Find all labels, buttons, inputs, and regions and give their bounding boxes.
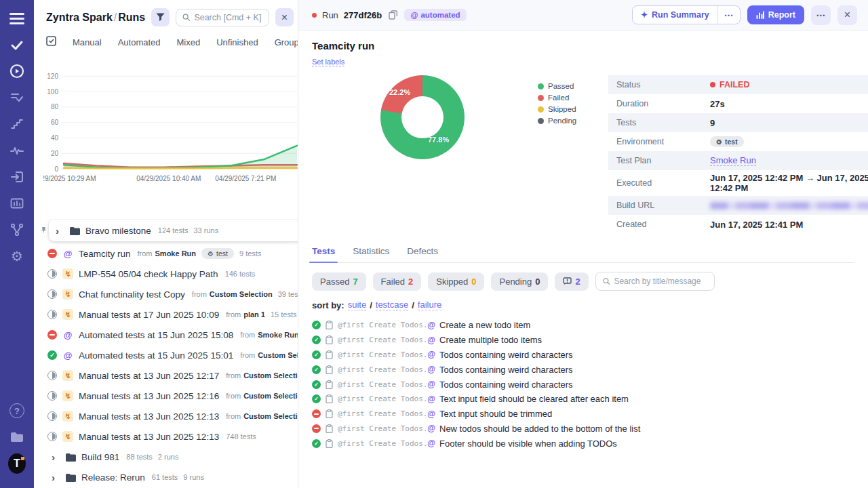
menu-icon[interactable] bbox=[8, 9, 26, 27]
test-suite[interactable]: @first Create Todos... bbox=[338, 336, 426, 344]
run-row[interactable]: Automated tests at 15 Jun 2025 15:01 fro… bbox=[34, 345, 298, 365]
branch-icon[interactable] bbox=[8, 221, 26, 239]
test-row[interactable]: @first Create Todos... Todos containing … bbox=[312, 377, 854, 392]
run-summary-more-button[interactable] bbox=[717, 6, 740, 24]
test-title[interactable]: New todos should be added to the bottom … bbox=[439, 424, 640, 434]
run-row[interactable]: LMP-554 05/04 check Happy Path 146 tests bbox=[34, 264, 298, 284]
tests-search-input[interactable] bbox=[614, 277, 707, 286]
filter-skipped-chip[interactable]: Skipped0 bbox=[428, 272, 484, 291]
tab-manual[interactable]: Manual bbox=[73, 37, 102, 47]
activity-pulse-icon[interactable] bbox=[8, 142, 26, 159]
test-title[interactable]: Todos containing weird characters bbox=[439, 365, 573, 375]
automated-badge[interactable]: automated bbox=[404, 9, 466, 21]
panel-close-button[interactable] bbox=[275, 8, 294, 26]
bar-chart-icon[interactable] bbox=[8, 195, 26, 212]
test-row[interactable]: @first Create Todos... Create a new todo… bbox=[312, 318, 854, 333]
run-row[interactable]: Automated tests at 15 Jun 2025 15:08 fro… bbox=[34, 325, 298, 345]
more-actions-button[interactable] bbox=[811, 5, 831, 25]
test-title[interactable]: Footer should be visible when adding TOD… bbox=[439, 439, 617, 449]
test-title[interactable]: Todos containing weird characters bbox=[439, 350, 573, 360]
test-title[interactable]: Text input should be trimmed bbox=[439, 409, 552, 419]
sort-by-label: sort by: bbox=[312, 300, 344, 310]
close-run-button[interactable] bbox=[837, 5, 857, 25]
test-plan-link[interactable]: Smoke Run bbox=[710, 155, 756, 166]
test-title[interactable]: Create a new todo item bbox=[439, 320, 530, 330]
run-status-icon bbox=[47, 371, 57, 380]
automated-icon bbox=[426, 439, 437, 448]
tests-search[interactable] bbox=[595, 272, 715, 291]
run-row[interactable]: Manual tests at 13 Jun 2025 12:17 from C… bbox=[34, 365, 298, 386]
tab-tests[interactable]: Tests bbox=[312, 246, 335, 262]
clipboard-icon bbox=[326, 394, 333, 403]
test-suite[interactable]: @first Create Todos... bbox=[338, 439, 426, 448]
report-button[interactable]: Report bbox=[747, 5, 804, 24]
projects-folder-icon[interactable] bbox=[8, 428, 26, 446]
breadcrumb-project[interactable]: Zyntra Spark bbox=[46, 12, 113, 23]
filter-button[interactable] bbox=[151, 8, 170, 26]
info-row-status: Status FAILED bbox=[608, 75, 868, 94]
test-title[interactable]: Text input field should be cleared after… bbox=[439, 394, 629, 404]
sort-by-suite[interactable]: suite bbox=[348, 300, 366, 310]
test-row[interactable]: @first Create Todos... New todos should … bbox=[312, 422, 854, 436]
run-group-row[interactable]: › Build 981 88 tests 2 runs bbox=[34, 447, 298, 467]
run-row[interactable]: Manual tests at 13 Jun 2025 12:13 from C… bbox=[34, 406, 298, 426]
chevron-right-icon[interactable]: › bbox=[52, 451, 61, 463]
test-title[interactable]: Create multiple todo items bbox=[439, 335, 542, 345]
sort-by-failure[interactable]: failure bbox=[418, 300, 441, 310]
run-row[interactable]: Chat functinality test Copy from Custom … bbox=[34, 284, 298, 304]
filter-comments-chip[interactable]: 2 bbox=[555, 272, 588, 291]
test-row[interactable]: @first Create Todos... Footer should be … bbox=[312, 436, 854, 451]
tab-statistics[interactable]: Statistics bbox=[353, 246, 389, 262]
test-suite[interactable]: @first Create Todos... bbox=[338, 380, 426, 389]
select-all-checkbox-icon[interactable] bbox=[46, 36, 56, 48]
tab-automated[interactable]: Automated bbox=[118, 37, 161, 47]
test-row[interactable]: @first Create Todos... Create multiple t… bbox=[312, 333, 854, 348]
check-icon[interactable] bbox=[8, 36, 26, 54]
set-labels-link[interactable]: Set labels bbox=[312, 58, 344, 66]
run-row[interactable]: Manual tests at 13 Jun 2025 12:13 748 te… bbox=[34, 426, 298, 447]
run-summary-button[interactable]: Run Summary bbox=[633, 6, 717, 24]
run-group-row[interactable]: › Bravo milestone 124 tests 33 runs bbox=[34, 219, 298, 242]
help-icon[interactable]: ? bbox=[8, 402, 26, 420]
run-row[interactable]: Manual tests at 13 Jun 2025 12:16 from C… bbox=[34, 386, 298, 406]
test-suite[interactable]: @first Create Todos... bbox=[338, 350, 426, 359]
filter-failed-chip[interactable]: Failed2 bbox=[373, 272, 422, 291]
test-suite[interactable]: @first Create Todos... bbox=[338, 394, 426, 403]
legend-passed: Passed bbox=[538, 82, 587, 90]
run-type-icon bbox=[62, 309, 73, 320]
tab-unfinished[interactable]: Unfinished bbox=[216, 37, 258, 47]
test-row[interactable]: @first Create Todos... Text input field … bbox=[312, 392, 854, 407]
copy-run-id-button[interactable] bbox=[387, 9, 399, 21]
settings-gear-icon[interactable]: ⚙ bbox=[8, 247, 26, 265]
import-icon[interactable] bbox=[8, 168, 26, 186]
test-row[interactable]: @first Create Todos... Text input should… bbox=[312, 407, 854, 422]
runs-search[interactable] bbox=[176, 9, 269, 26]
tab-groups[interactable]: Groups bbox=[275, 37, 298, 47]
test-suite[interactable]: @first Create Todos... bbox=[338, 409, 426, 418]
test-suite[interactable]: @first Create Todos... bbox=[338, 365, 426, 374]
test-suite[interactable]: @first Create Todos... bbox=[338, 424, 426, 433]
run-row[interactable]: Teamcity run from Smoke Run ⚙test 9 test… bbox=[34, 243, 298, 264]
test-suite[interactable]: @first Create Todos... bbox=[338, 321, 426, 329]
tab-defects[interactable]: Defects bbox=[407, 246, 438, 262]
test-row[interactable]: @first Create Todos... Todos containing … bbox=[312, 348, 854, 363]
app-logo[interactable]: T bbox=[8, 455, 26, 472]
test-row[interactable]: @first Create Todos... Todos containing … bbox=[312, 362, 854, 377]
runs-play-icon[interactable] bbox=[8, 62, 26, 80]
run-group-row[interactable]: › Release: Rerun 61 tests 9 runs bbox=[34, 467, 298, 487]
chevron-right-icon[interactable]: › bbox=[52, 472, 61, 483]
filter-pending-chip[interactable]: Pending0 bbox=[491, 272, 548, 291]
test-title[interactable]: Todos containing weird characters bbox=[439, 380, 573, 390]
run-row[interactable]: Manual tests at 17 Jun 2025 10:09 from p… bbox=[34, 304, 298, 325]
runs-search-input[interactable] bbox=[194, 13, 262, 22]
environment-badge[interactable]: ⚙test bbox=[710, 136, 744, 147]
steps-icon[interactable] bbox=[8, 115, 26, 133]
tab-mixed[interactable]: Mixed bbox=[177, 37, 201, 47]
redacted-build-url[interactable] bbox=[710, 202, 868, 209]
run-tests-count: 146 tests bbox=[225, 270, 256, 278]
run-status-icon bbox=[47, 391, 57, 401]
sort-by-testcase[interactable]: testcase bbox=[376, 300, 408, 310]
chevron-right-icon[interactable]: › bbox=[56, 225, 65, 237]
list-check-icon[interactable] bbox=[8, 89, 26, 106]
filter-passed-chip[interactable]: Passed7 bbox=[312, 272, 366, 291]
